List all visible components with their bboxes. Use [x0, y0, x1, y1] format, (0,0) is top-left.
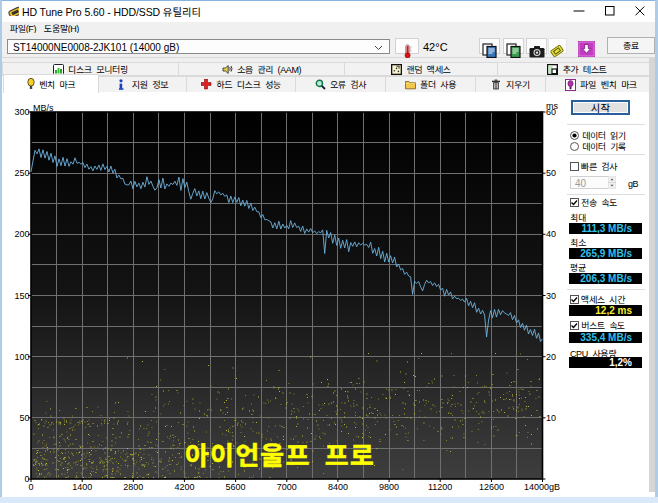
svg-text:200: 200 [14, 229, 29, 239]
svg-text:40: 40 [546, 229, 556, 239]
svg-text:ms: ms [546, 101, 558, 111]
svg-text:50: 50 [546, 168, 556, 178]
svg-text:10: 10 [546, 413, 556, 423]
svg-text:아이언울프 프로: 아이언울프 프로 [185, 435, 375, 472]
svg-text:20: 20 [546, 352, 556, 362]
svg-text:250: 250 [14, 168, 29, 178]
svg-text:11200: 11200 [428, 482, 452, 492]
svg-text:150: 150 [14, 291, 29, 301]
svg-text:1400: 1400 [72, 482, 92, 492]
svg-text:100: 100 [14, 352, 29, 362]
svg-text:12600: 12600 [479, 482, 504, 492]
svg-text:7000: 7000 [277, 482, 297, 492]
svg-text:2800: 2800 [123, 482, 143, 492]
svg-text:8400: 8400 [328, 482, 348, 492]
svg-text:4200: 4200 [174, 482, 194, 492]
svg-text:5600: 5600 [226, 482, 246, 492]
svg-text:MB/s: MB/s [33, 103, 54, 113]
svg-text:0: 0 [28, 482, 33, 492]
svg-text:300: 300 [14, 107, 29, 117]
svg-text:14000gB: 14000gB [524, 482, 560, 492]
svg-text:9800: 9800 [379, 482, 399, 492]
svg-text:50: 50 [19, 413, 29, 423]
svg-text:30: 30 [546, 291, 556, 301]
